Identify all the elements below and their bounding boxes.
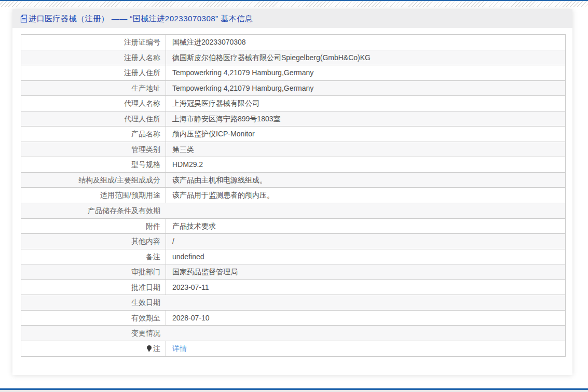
row-label: 型号规格 [21,157,166,172]
details-link[interactable]: 详情 [172,344,187,353]
table-row: 管理类别第三类 [21,142,565,158]
row-label: 审批部门 [21,264,166,279]
table-row: 审批部门国家药品监督管理局 [21,264,565,280]
row-value: 颅内压监护仪ICP-Monitor [166,127,565,142]
row-value: 2023-07-11 [166,280,565,295]
row-value: 上海市静安区海宁路899号1803室 [166,111,565,127]
table-row: 适用范围/预期用途该产品用于监测患者的颅内压。 [21,188,565,203]
row-label: 注册人名称 [21,50,166,65]
row-value: Tempowerkring 4,21079 Hamburg,Germany [166,65,565,80]
row-label: 管理类别 [21,142,166,157]
table-row: 附件产品技术要求 [21,219,565,234]
row-label: 注册证编号 [21,35,166,50]
table-row: 代理人名称上海冠昊医疗器械有限公司 [21,96,565,111]
table-row: 有效期至2028-07-10 [21,311,565,326]
row-value: / [166,234,565,249]
page-title: 进口医疗器械（注册） —— “国械注进20233070308” 基本信息 [29,9,253,28]
row-label: 备注 [21,249,166,264]
row-label: 结构及组成/主要组成成分 [21,173,166,188]
row-label: 生效日期 [21,295,166,310]
row-label: 适用范围/预期用途 [21,188,166,203]
row-label: 产品储存条件及有效期 [21,203,166,218]
row-label: 代理人名称 [21,96,166,111]
row-label: 注 [21,341,166,357]
registration-card: 进口医疗器械（注册） —— “国械注进20233070308” 基本信息 注册证… [12,9,572,375]
card-header: 进口医疗器械（注册） —— “国械注进20233070308” 基本信息 [12,9,572,28]
table-row: 型号规格HDM29.2 [21,157,565,173]
table-row: 批准日期2023-07-11 [21,280,565,296]
table-row: 生效日期 [21,295,565,311]
row-value [166,203,565,218]
note-icon [147,345,152,352]
row-label: 批准日期 [21,280,166,295]
row-value: 国家药品监督管理局 [166,264,565,279]
row-value: HDM29.2 [166,157,565,172]
table-row: 结构及组成/主要组成成分该产品由主机和电源线组成。 [21,173,565,188]
row-value: 2028-07-10 [166,311,565,326]
row-value [166,326,565,341]
row-label: 其他内容 [21,234,166,249]
row-label: 产品名称 [21,127,166,142]
table-row: 产品名称颅内压监护仪ICP-Monitor [21,127,565,142]
row-value: 该产品用于监测患者的颅内压。 [166,188,565,203]
row-label: 注册人住所 [21,65,166,80]
row-value [166,295,565,310]
table-row: 代理人住所上海市静安区海宁路899号1803室 [21,111,565,127]
row-label: 附件 [21,219,166,234]
table-row: 注册证编号国械注进20233070308 [21,35,565,50]
table-row: 注详情 [21,341,565,357]
row-value: undefined [166,249,565,264]
row-value: 详情 [166,341,565,357]
document-icon [20,11,28,30]
table-row: 注册人住所Tempowerkring 4,21079 Hamburg,Germa… [21,65,565,81]
table-row: 其他内容/ [21,234,565,249]
info-table: 注册证编号国械注进20233070308注册人名称德国斯皮尔伯格医疗器械有限公司… [21,34,566,357]
table-row: 注册人名称德国斯皮尔伯格医疗器械有限公司Spiegelberg(GmbH&Co)… [21,50,565,66]
table-row: 变更情况 [21,326,565,341]
row-value: 产品技术要求 [166,219,565,234]
row-label: 有效期至 [21,311,166,326]
table-row: 产品储存条件及有效期 [21,203,565,219]
row-value: 上海冠昊医疗器械有限公司 [166,96,565,111]
top-striped-band [0,0,588,7]
row-value: 第三类 [166,142,565,157]
row-value: 德国斯皮尔伯格医疗器械有限公司Spiegelberg(GmbH&Co)KG [166,50,565,65]
footer-rule [0,388,588,392]
row-label: 代理人住所 [21,111,166,127]
row-value: 该产品由主机和电源线组成。 [166,173,565,188]
row-label: 生产地址 [21,81,166,96]
row-label: 变更情况 [21,326,166,341]
table-row: 生产地址Tempowerkring 4,21079 Hamburg,German… [21,81,565,96]
row-value: Tempowerkring 4,21079 Hamburg,Germany [166,81,565,96]
row-value: 国械注进20233070308 [166,35,565,50]
table-row: 备注undefined [21,249,565,265]
